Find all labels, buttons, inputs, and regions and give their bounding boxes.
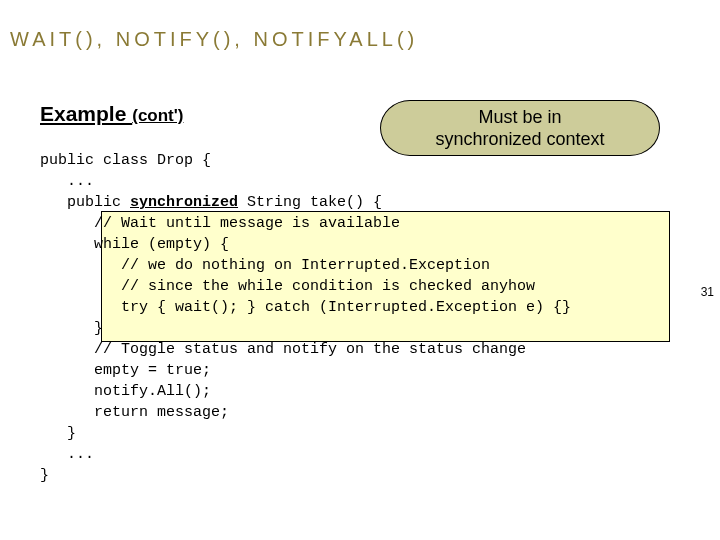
code-l03b: String take() { bbox=[238, 194, 382, 211]
slide: WAIT(), NOTIFY(), NOTIFYALL() Example (c… bbox=[0, 0, 720, 540]
page-number: 31 bbox=[701, 285, 714, 299]
code-l10: // Toggle status and notify on the statu… bbox=[40, 341, 526, 358]
code-l06: // we do nothing on Interrupted.Exceptio… bbox=[40, 257, 490, 274]
code-block: public class Drop { ... public synchroni… bbox=[40, 150, 571, 486]
code-l05: while (empty) { bbox=[40, 236, 229, 253]
subtitle-paren: (cont') bbox=[132, 106, 183, 125]
bubble-line-2: synchronized context bbox=[381, 129, 659, 151]
code-l03-kw: synchronized bbox=[130, 194, 238, 211]
code-l01: public class Drop { bbox=[40, 152, 211, 169]
code-l11: empty = true; bbox=[40, 362, 211, 379]
code-l02: ... bbox=[40, 173, 94, 190]
code-l16: } bbox=[40, 467, 49, 484]
example-subtitle: Example (cont') bbox=[40, 102, 183, 126]
code-l14: } bbox=[40, 425, 76, 442]
code-l13: return message; bbox=[40, 404, 229, 421]
code-l08: try { wait(); } catch (Interrupted.Excep… bbox=[40, 299, 571, 316]
code-l12: notify.All(); bbox=[40, 383, 211, 400]
code-l04: // Wait until message is available bbox=[40, 215, 400, 232]
code-l03a: public bbox=[40, 194, 130, 211]
code-l09: } bbox=[40, 320, 103, 337]
bubble-line-1: Must be in bbox=[381, 107, 659, 129]
code-l07: // since the while condition is checked … bbox=[40, 278, 535, 295]
subtitle-main: Example bbox=[40, 102, 132, 125]
callout-bubble: Must be in synchronized context bbox=[380, 100, 660, 156]
title-bar: WAIT(), NOTIFY(), NOTIFYALL() bbox=[0, 0, 720, 54]
code-l15: ... bbox=[40, 446, 94, 463]
slide-title: WAIT(), NOTIFY(), NOTIFYALL() bbox=[10, 28, 418, 51]
